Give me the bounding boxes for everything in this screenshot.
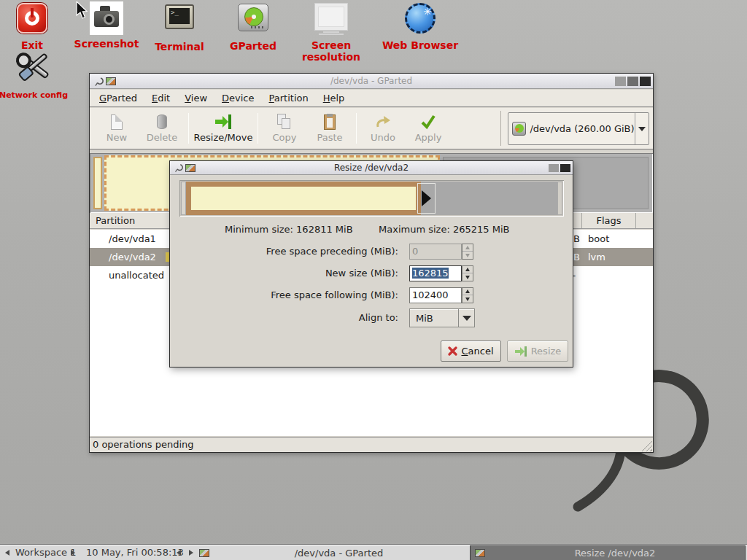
task-button-gparted[interactable]: /dev/vda - GParted [197,545,468,560]
paste-button[interactable]: Paste [307,108,352,149]
main-titlebar[interactable]: /dev/vda - GParted [90,74,653,89]
slider-partition[interactable] [186,182,421,215]
free-space-preceding-input: 0 [409,244,462,260]
dialog-title: Resize /dev/vda2 [170,163,573,173]
spin-up [462,288,473,295]
drive-icon [512,122,526,136]
cancel-x-icon [448,346,457,356]
spinner[interactable] [462,287,473,303]
flags-cell: boot [581,233,635,244]
device-selector[interactable]: /dev/vda (260.00 GiB) [508,112,649,145]
terminal-icon: >_ [163,4,196,38]
task-prev-arrow[interactable] [177,550,181,556]
apply-button[interactable]: Apply [406,108,451,149]
resize-button[interactable]: Resize [507,341,568,362]
gparted-app-icon [199,549,209,557]
mouse-cursor [76,1,92,20]
align-to-row: Align to: MiB [170,308,573,326]
menu-gparted[interactable]: GParted [92,90,144,106]
flags-cell: lvm [581,252,635,262]
taskbar: Workspace 1 10 May, Fri 00:58:13 /dev/vd… [0,545,747,560]
maximize-button[interactable] [627,77,638,86]
workspace-next-arrow[interactable] [71,550,75,556]
field-label: Free space preceding (MiB): [170,243,398,260]
resize-slider[interactable] [179,180,564,217]
undo-button[interactable]: Undo [360,108,406,149]
debian-swirl-icon [174,163,183,173]
icon-label: Screen resolution [284,39,379,63]
monitor-icon [314,3,348,36]
globe-icon: ✳ [403,3,437,36]
task-next-arrow[interactable] [189,550,193,556]
power-icon [15,3,49,36]
spinner[interactable] [462,265,473,281]
header-spacer [635,213,653,228]
slider-right-grip[interactable] [557,182,562,215]
copy-button[interactable]: Copy [262,108,307,149]
menu-device[interactable]: Device [214,90,261,106]
free-space-following-input[interactable]: 102400 [409,287,462,303]
desktop-icon-web-browser[interactable]: ✳ Web Browser [373,1,468,51]
dialog-titlebar[interactable]: Resize /dev/vda2 [170,161,573,175]
menu-help[interactable]: Help [316,90,352,106]
flags-column-header[interactable]: Flags [581,213,635,228]
workspace-label[interactable]: Workspace 1 [15,545,76,560]
desktop: Exit Screenshot >_ Terminal GParted Scre… [0,0,747,560]
gparted-app-icon [475,549,485,557]
spin-up [462,266,473,273]
close-button[interactable] [640,77,651,86]
maximize-button[interactable] [549,164,559,172]
workspace-prev-arrow[interactable] [5,550,9,556]
desktop-icon-screen-resolution[interactable]: Screen resolution [284,1,379,63]
tools-icon [17,51,50,88]
task-button-resize-dialog[interactable]: Resize /dev/vda2 [470,545,746,560]
resize-move-icon [193,112,254,132]
operations-pending-text: 0 operations pending [93,439,194,450]
delete-button[interactable]: Delete [139,108,185,149]
device-dropdown-arrow[interactable] [635,113,649,144]
free-space-preceding-row: Free space preceding (MiB): 0 [170,243,573,260]
clock: 10 May, Fri 00:58:13 [86,545,184,560]
resize-move-button[interactable]: Resize/Move [193,108,254,149]
partition-block-vda1[interactable] [93,157,102,209]
cancel-button[interactable]: Cancel [441,341,501,362]
paste-icon [307,112,352,132]
spin-down [462,295,473,303]
new-size-input[interactable]: 162815 [409,265,462,281]
camera-icon [90,1,123,35]
align-to-dropdown[interactable]: MiB [409,308,475,327]
resize-arrow-icon [514,346,527,357]
field-label: Align to: [170,308,398,327]
maximum-size-label: Maximum size: 265215 MiB [379,224,509,235]
close-button[interactable] [560,164,570,172]
apply-check-icon [406,112,451,132]
menu-view[interactable]: View [177,90,214,106]
desktop-icon-network-config[interactable]: Network config [0,51,81,100]
window-title: /dev/vda - GParted [90,76,653,86]
menu-edit[interactable]: Edit [144,90,177,106]
field-label: New size (MiB): [170,265,398,282]
debian-swirl-icon [93,76,104,87]
toolbar-separator [258,113,258,144]
new-size-row: New size (MiB): 162815 [170,265,573,282]
resize-grip[interactable] [641,440,652,451]
icon-label: Network config [0,90,81,100]
chevron-down-icon [638,127,646,131]
copy-icon [262,112,307,132]
undo-icon [360,112,406,132]
delete-icon [139,112,185,132]
toolbar-separator [500,111,501,146]
gparted-app-icon [106,77,116,85]
slider-right-handle[interactable] [417,183,436,214]
minimum-size-label: Minimum size: 162811 MiB [225,224,353,235]
disk-gauge-icon [236,4,270,37]
device-selector-value: /dev/vda (260.00 GiB) [530,123,634,134]
align-to-value: MiB [410,313,433,324]
menu-partition[interactable]: Partition [262,90,316,106]
slider-left-grip[interactable] [181,182,186,215]
toolbar: New Delete Resize/Move Copy Paste [90,108,653,149]
arrow-right-icon [422,190,431,206]
minimize-button[interactable] [615,77,626,86]
toolbar-separator [188,113,189,144]
new-button[interactable]: New [94,108,139,149]
